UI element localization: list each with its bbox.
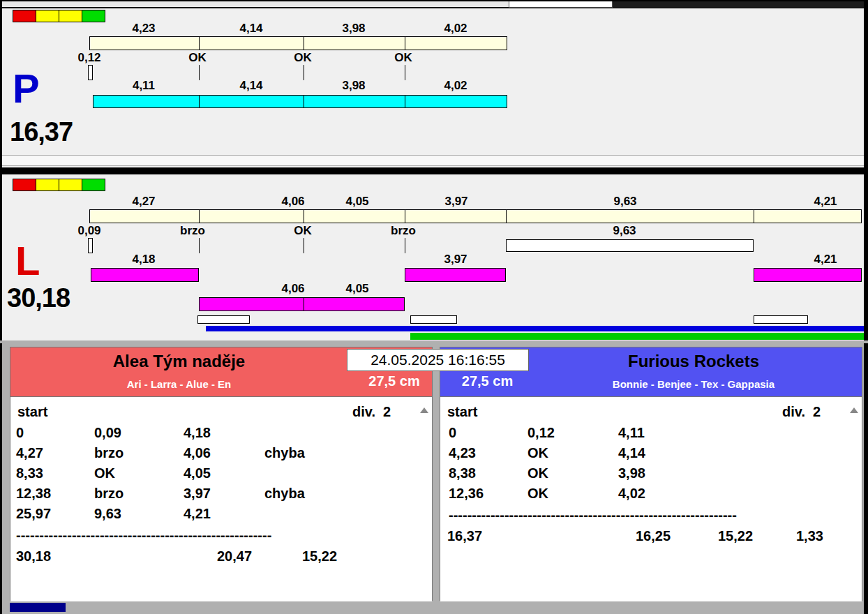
bar-divider	[199, 37, 200, 50]
window-border-bottom	[0, 340, 868, 343]
scroll-up-icon[interactable]	[420, 407, 428, 413]
dog-run-bar	[91, 268, 199, 282]
status-label: brzo	[391, 225, 416, 237]
bar-divider	[304, 298, 304, 310]
start-label: start	[17, 404, 47, 419]
bar-divider	[405, 37, 405, 50]
split-time-label: 4,06	[281, 195, 304, 208]
split-time-label: 4,02	[444, 22, 467, 35]
signal-light	[36, 179, 59, 191]
result-cell: chyba	[264, 486, 305, 501]
bar-divider	[199, 210, 200, 223]
signal-light	[13, 179, 36, 191]
lane-panel-left: 4,274,064,053,979,634,210,09brzoOKbrzo9,…	[0, 174, 868, 340]
dog-time-label: 4,05	[345, 283, 368, 295]
crossing-tick	[405, 65, 405, 80]
result-rows: start div. 2 00,094,184,27brzo4,06chyba8…	[10, 397, 432, 601]
bar-divider	[405, 96, 405, 107]
result-cell: brzo	[94, 445, 124, 460]
result-cell: 4,23	[449, 445, 476, 460]
signal-light	[82, 10, 105, 22]
dog-time-label: 4,14	[239, 80, 262, 92]
dog-time-label: 3,98	[342, 80, 365, 92]
lane-total: 16,37	[10, 119, 73, 145]
signal-light	[59, 10, 82, 22]
total-cell: 1,33	[796, 528, 823, 544]
signal-light	[59, 179, 82, 191]
split-time-label: 4,05	[345, 195, 368, 208]
dog-time-label: 4,02	[444, 80, 467, 92]
window-border-top	[0, 0, 868, 1]
status-label: brzo	[180, 225, 205, 237]
result-cell: 0	[449, 425, 456, 440]
result-cell: chyba	[264, 445, 305, 460]
bar-divider	[304, 37, 304, 50]
signal-light	[13, 10, 36, 22]
status-label: OK	[294, 52, 312, 64]
lane-panel-right: 4,234,143,984,020,12OKOKOKP4,114,143,984…	[0, 10, 868, 167]
lane-letter: L	[15, 241, 40, 281]
jump-height: 27,5 cm	[355, 373, 433, 389]
app-window: 4,234,143,984,020,12OKOKOKP4,114,143,984…	[0, 0, 868, 614]
result-cell: 12,36	[449, 486, 484, 501]
overlap-marker	[410, 315, 457, 324]
result-cell: 4,06	[184, 445, 211, 460]
dog-run-bar	[405, 268, 506, 282]
scroll-up-icon[interactable]	[850, 407, 858, 413]
result-cell: 12,38	[16, 486, 51, 501]
status-label: OK	[294, 225, 312, 237]
split-time-label: 3,98	[342, 22, 365, 35]
lane-divider	[0, 167, 868, 174]
split-time-label: 9,63	[613, 195, 636, 208]
total-cell: 16,25	[636, 528, 671, 544]
result-cell: 8,38	[449, 465, 476, 481]
team-members: Ari - Larra - Alue - En	[10, 378, 347, 390]
team-name: Furious Rockets	[524, 352, 863, 371]
result-cell: 0,09	[94, 425, 121, 440]
split-time-label: 4,14	[239, 22, 262, 35]
result-cell: 3,98	[618, 465, 645, 481]
split-time-label: 3,97	[444, 195, 467, 208]
lane-letter: P	[13, 68, 40, 109]
window-border-left	[0, 0, 2, 614]
result-cell: 4,18	[184, 425, 211, 440]
crossing-tick	[304, 238, 304, 253]
dog-time-label: 4,21	[814, 253, 837, 266]
bar-divider	[506, 210, 507, 223]
dog-run-bar	[754, 268, 862, 282]
bar-divider	[304, 96, 304, 107]
signal-light	[36, 10, 59, 22]
result-cell: OK	[94, 465, 115, 481]
lane-total: 30,18	[7, 285, 70, 311]
result-cell: 8,33	[16, 465, 43, 481]
result-cell: 0	[16, 425, 24, 440]
navy-indicator	[10, 603, 66, 612]
measured-ruler	[89, 36, 507, 50]
status-label: 0,09	[77, 225, 100, 237]
result-table-left: start div. 2 00,094,184,27brzo4,06chyba8…	[10, 396, 432, 601]
result-cell: 4,02	[618, 486, 645, 501]
total-cell: 15,22	[302, 548, 337, 564]
result-cell: 3,97	[184, 486, 211, 501]
bar-divider	[754, 210, 754, 223]
window-border-right	[864, 0, 868, 614]
crossing-tick	[199, 238, 200, 253]
jump-height: 27,5 cm	[447, 373, 527, 389]
bar-divider	[405, 210, 405, 223]
split-time-label: 4,21	[814, 195, 837, 208]
result-table-right: start div. 2 00,124,114,23OK4,148,38OK3,…	[440, 396, 862, 601]
spacer-strip	[0, 155, 868, 166]
dog-run-bar	[93, 95, 507, 108]
dog-time-label: 4,11	[133, 80, 155, 92]
status-label: OK	[394, 52, 412, 64]
measured-ruler	[89, 209, 862, 223]
split-time-label: 4,23	[132, 22, 155, 35]
bar-divider	[199, 96, 200, 107]
crossing-tick	[199, 65, 200, 80]
overlap-marker	[197, 315, 250, 324]
total-cell: 16,37	[447, 528, 482, 544]
result-cell: 4,05	[184, 465, 211, 481]
timestamp: 24.05.2025 16:16:55	[347, 349, 529, 371]
dog-time-label: 4,18	[132, 253, 155, 266]
result-cell: 25,97	[16, 506, 51, 521]
